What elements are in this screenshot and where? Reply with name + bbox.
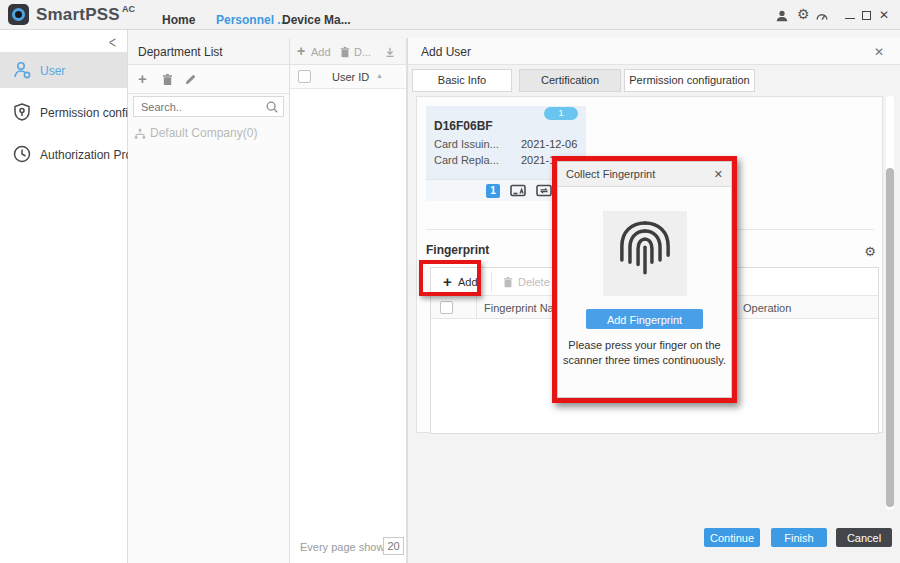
card-replace-label: Card Repla... <box>434 154 499 166</box>
add-user-icon[interactable]: + <box>297 43 305 59</box>
dialog-titlebar: Collect Fingerprint ✕ <box>558 162 731 187</box>
dialog-hint-line2: scanner three times continuously. <box>558 353 731 368</box>
department-toolbar: + <box>128 65 289 94</box>
column-operation: Operation <box>743 302 791 314</box>
main-card-chip[interactable]: 1 <box>486 184 500 198</box>
scrollbar-thumb[interactable] <box>886 168 894 507</box>
add-fingerprint-button[interactable]: Add <box>458 276 478 288</box>
user-list-table-header: User ID ▲ <box>290 65 406 89</box>
collect-fingerprint-dialog: Collect Fingerprint ✕ Add Fingerprint Pl… <box>557 161 732 398</box>
toolbar-separator <box>491 272 492 292</box>
search-icon[interactable] <box>265 100 279 114</box>
sidebar-collapse-icon[interactable]: < <box>109 34 116 52</box>
delete-fingerprint-label[interactable]: Delete <box>518 276 550 288</box>
close-window-button[interactable]: ✕ <box>879 8 889 22</box>
sidebar-item-label: User <box>40 64 65 78</box>
sidebar-item-user[interactable]: User <box>0 52 127 88</box>
department-list-title: Department List <box>138 45 223 59</box>
delete-department-icon[interactable] <box>161 73 174 86</box>
close-add-user-icon[interactable]: ✕ <box>874 45 884 59</box>
fingerprint-settings-gear-icon[interactable]: ⚙ <box>864 244 876 259</box>
sidebar-item-permission-config[interactable]: Permission config... <box>0 94 127 130</box>
card-count-badge: 1 <box>544 107 578 120</box>
tree-item-label: Default Company(0) <box>150 126 257 140</box>
tree-item-default-company[interactable]: Default Company(0) <box>150 126 257 142</box>
column-separator <box>476 296 477 319</box>
sort-asc-icon[interactable]: ▲ <box>376 72 383 79</box>
add-user-header: Add User ✕ <box>408 38 900 65</box>
top-strip <box>128 30 900 38</box>
fingerprint-icon <box>610 216 680 290</box>
card-number: D16F06BF <box>434 119 493 133</box>
brand-suffix: AC <box>122 4 135 14</box>
card-password-icon[interactable] <box>510 184 526 197</box>
export-users-icon[interactable] <box>384 46 396 58</box>
annotation-box-collect-fingerprint: Collect Fingerprint ✕ Add Fingerprint Pl… <box>552 156 737 403</box>
cancel-button[interactable]: Cancel <box>836 528 892 547</box>
sidebar: < User Permission config... Authorizatio… <box>0 30 128 563</box>
add-fingerprint-plus-icon[interactable]: + <box>443 273 452 290</box>
select-all-checkbox[interactable] <box>298 70 311 83</box>
add-fingerprint-dialog-button[interactable]: Add Fingerprint <box>586 309 703 329</box>
maximize-button[interactable] <box>862 11 871 20</box>
shield-key-icon <box>12 102 32 122</box>
dialog-close-icon[interactable]: ✕ <box>714 168 723 181</box>
dialog-hint-line1: Please press your finger on the <box>558 338 731 353</box>
dialog-title: Collect Fingerprint <box>566 168 655 180</box>
nav-tab-personnel[interactable]: Personnel ... <box>216 13 287 27</box>
app-window: SmartPSS AC Home Personnel ... Device Ma… <box>0 0 900 563</box>
department-search-box <box>133 96 284 117</box>
org-tree-icon <box>134 128 146 140</box>
fingerprint-select-all-checkbox[interactable] <box>440 301 453 314</box>
page-size-value[interactable]: 20 <box>383 537 404 555</box>
minimize-button[interactable] <box>845 18 855 19</box>
tab-basic-info[interactable]: Basic Info <box>412 69 512 92</box>
continue-button[interactable]: Continue <box>704 528 760 547</box>
page-size-label: Every page shows <box>300 541 390 553</box>
settings-gear-icon[interactable]: ⚙ <box>797 7 811 21</box>
app-logo-icon <box>8 4 29 25</box>
card-issuing-date: 2021-12-06 <box>521 138 577 150</box>
department-panel-header: Department List <box>128 38 289 65</box>
performance-gauge-icon[interactable] <box>815 9 829 23</box>
add-department-icon[interactable]: + <box>138 70 147 87</box>
nav-tab-device[interactable]: Device Ma... <box>282 13 351 27</box>
tab-permission-configuration[interactable]: Permission configuration <box>624 69 755 92</box>
finish-button[interactable]: Finish <box>771 528 827 547</box>
fingerprint-section-title: Fingerprint <box>426 243 489 257</box>
user-list-toolbar: + Add D... <box>290 38 406 65</box>
delete-user-label[interactable]: D... <box>354 46 371 58</box>
department-panel: Department List + Default Company(0) <box>128 38 290 563</box>
user-icon <box>12 60 32 80</box>
fingerprint-image <box>603 211 687 296</box>
user-list-panel: + Add D... User ID ▲ Every page shows 20 <box>290 38 407 563</box>
card-issuing-label: Card Issuin... <box>434 138 499 150</box>
brand-name: SmartPSS <box>36 5 120 25</box>
delete-fingerprint-icon[interactable] <box>502 276 514 288</box>
sidebar-item-authorization-progress[interactable]: Authorization Prog... <box>0 136 127 172</box>
tab-certification[interactable]: Certification <box>519 69 621 92</box>
account-icon[interactable] <box>775 9 789 23</box>
add-user-label[interactable]: Add <box>311 46 331 58</box>
department-search-input[interactable] <box>139 98 259 115</box>
delete-user-icon[interactable] <box>339 46 351 58</box>
titlebar: SmartPSS AC Home Personnel ... Device Ma… <box>0 0 900 30</box>
card-replace-icon[interactable] <box>536 184 552 197</box>
clock-icon <box>12 144 32 164</box>
column-user-id[interactable]: User ID <box>332 71 369 83</box>
nav-tab-home[interactable]: Home <box>162 13 195 27</box>
add-user-title: Add User <box>421 45 471 59</box>
edit-department-icon[interactable] <box>184 73 197 86</box>
